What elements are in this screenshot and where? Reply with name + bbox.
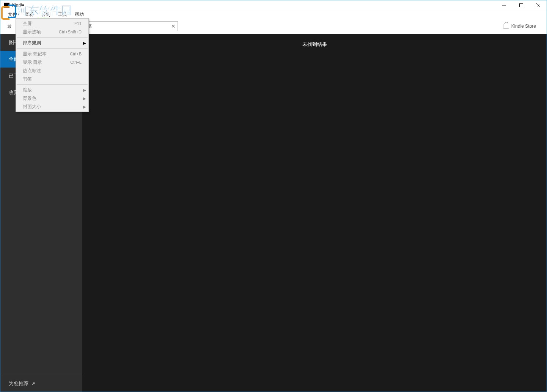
external-link-icon: ↗ [31,381,35,386]
kindle-store-label: Kindle Store [511,24,536,29]
menu-item-全屏: 全屏F11 [16,19,88,28]
menu-separator [17,37,88,38]
menu-item-shortcut: Ctrl+B [70,52,82,56]
menu-goto[interactable]: 转到 [38,11,54,19]
menu-item-shortcut: Ctrl+L [70,60,82,65]
sidebar-recommend[interactable]: 为您推荐 ↗ [0,375,82,392]
menu-item-显示 笔记本: 显示 笔记本Ctrl+B [16,50,88,58]
menu-item-热点标注: 热点标注 [16,66,88,75]
menu-item-label: 显示 目录 [23,59,42,66]
main-content: 未找到结果 [82,34,547,392]
menu-separator [17,84,88,85]
menu-view[interactable]: 查看 [21,11,38,19]
maximize-button[interactable] [512,0,530,10]
menu-tools[interactable]: 工具 [54,11,71,19]
app-icon [4,3,9,8]
menu-item-背景色: 背景色▶ [16,94,88,102]
close-button[interactable] [530,0,547,10]
window-title: Kindle [12,3,24,8]
svg-rect-1 [519,3,523,7]
cart-icon [503,24,509,28]
menu-item-排序规则[interactable]: 排序规则▶ [16,39,88,47]
menu-item-label: 书签 [23,76,32,82]
minimize-button[interactable] [495,0,512,10]
menu-item-封面大小: 封面大小▶ [16,102,88,111]
titlebar: Kindle [0,0,547,10]
no-results-label: 未找到结果 [82,34,547,48]
view-menu-dropdown: 全屏F11显示选项Ctrl+Shift+D排序规则▶显示 笔记本Ctrl+B显示… [16,18,89,112]
menu-item-label: 显示选项 [23,29,41,35]
submenu-arrow-icon: ▶ [83,105,86,109]
menu-file[interactable]: 文件 [4,11,21,19]
menu-item-缩放: 缩放▶ [16,86,88,94]
menu-item-label: 全屏 [23,20,32,27]
search-input[interactable] [79,21,178,31]
menu-item-label: 背景色 [23,95,36,102]
clear-search-icon[interactable]: ✕ [171,23,176,29]
menu-item-label: 缩放 [23,87,32,93]
menu-item-label: 热点标注 [23,68,41,74]
menu-item-shortcut: F11 [74,21,82,26]
menubar: 文件 查看 转到 工具 帮助 [0,10,547,19]
submenu-arrow-icon: ▶ [83,41,86,45]
menu-item-shortcut: Ctrl+Shift+D [59,30,82,34]
submenu-arrow-icon: ▶ [83,96,86,101]
menu-item-显示选项: 显示选项Ctrl+Shift+D [16,28,88,36]
submenu-arrow-icon: ▶ [83,88,86,92]
menu-item-label: 封面大小 [23,104,41,110]
menu-item-label: 显示 笔记本 [23,51,47,57]
sidebar-recommend-label: 为您推荐 [9,380,28,387]
menu-item-label: 排序规则 [23,40,41,46]
kindle-store-link[interactable]: Kindle Store [503,24,547,29]
menu-item-显示 目录: 显示 目录Ctrl+L [16,58,88,66]
menu-item-书签: 书签 [16,75,88,83]
toolbar-left-label: 最 [7,23,12,30]
menu-separator [17,48,88,49]
menu-help[interactable]: 帮助 [71,11,88,19]
